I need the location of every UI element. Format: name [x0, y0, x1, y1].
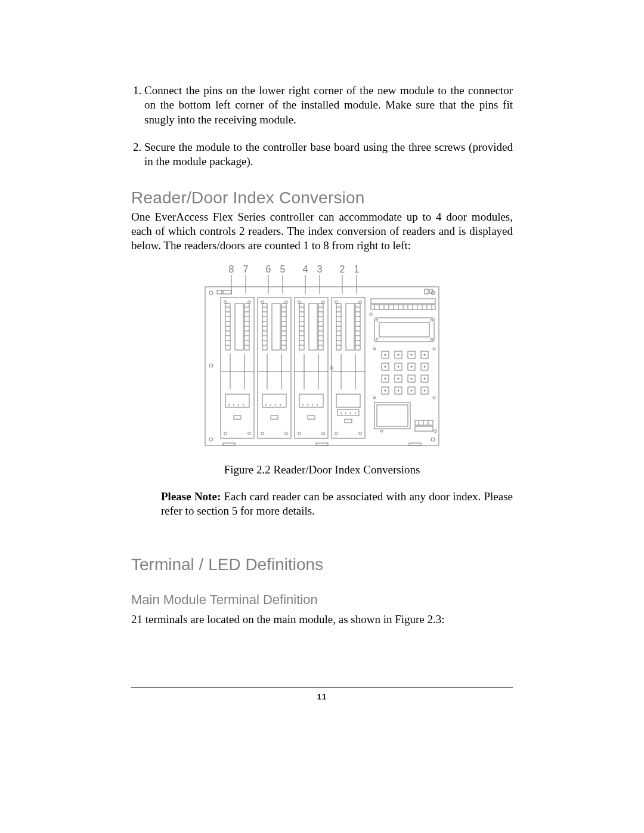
index-label: 7 — [243, 264, 249, 274]
svg-rect-52 — [234, 416, 241, 419]
index-label: 5 — [280, 264, 286, 274]
subsection-heading-main-module: Main Module Terminal Definition — [131, 592, 513, 608]
svg-rect-129 — [336, 304, 341, 350]
svg-point-9 — [209, 291, 213, 295]
svg-rect-177 — [379, 323, 429, 337]
svg-rect-16 — [425, 289, 428, 294]
svg-point-208 — [385, 377, 386, 379]
svg-point-182 — [373, 348, 376, 350]
svg-point-203 — [424, 354, 426, 355]
svg-rect-15 — [223, 290, 231, 294]
svg-point-127 — [359, 432, 362, 435]
svg-rect-228 — [316, 443, 328, 445]
door-module — [330, 298, 365, 438]
svg-point-216 — [373, 397, 376, 399]
svg-point-13 — [209, 364, 213, 367]
svg-point-179 — [431, 319, 433, 321]
svg-rect-227 — [223, 443, 235, 445]
door-module — [295, 298, 328, 438]
door-module — [258, 298, 291, 438]
svg-rect-95 — [318, 304, 323, 350]
step-item: Connect the pins on the lower right corn… — [144, 83, 513, 127]
svg-rect-159 — [345, 419, 352, 423]
svg-rect-122 — [308, 416, 315, 419]
index-label: 2 — [340, 264, 345, 274]
svg-rect-221 — [415, 420, 433, 425]
svg-point-212 — [385, 389, 386, 391]
svg-point-210 — [411, 377, 413, 379]
svg-point-215 — [424, 389, 426, 391]
note-label: Please Note: — [161, 490, 221, 503]
svg-rect-8 — [205, 287, 439, 445]
svg-rect-58 — [262, 304, 267, 350]
svg-rect-176 — [374, 318, 434, 342]
svg-point-217 — [433, 397, 435, 399]
svg-point-180 — [376, 338, 378, 340]
controller-diagram: 8 7 6 5 4 3 2 1 — [203, 264, 441, 449]
section-heading-terminal-led: Terminal / LED Definitions — [131, 555, 513, 574]
svg-rect-160 — [371, 299, 435, 304]
svg-rect-93 — [299, 304, 304, 350]
svg-point-201 — [398, 354, 400, 355]
svg-point-56 — [261, 432, 264, 435]
figure-board-diagram: 8 7 6 5 4 3 2 1 — [131, 264, 513, 449]
svg-point-205 — [398, 366, 400, 367]
index-label: 4 — [303, 264, 308, 274]
svg-rect-222 — [415, 426, 433, 431]
section-heading-reader-door: Reader/Door Index Conversion — [131, 188, 513, 208]
svg-point-207 — [424, 366, 426, 367]
index-label: 3 — [317, 264, 323, 274]
svg-point-22 — [248, 432, 251, 435]
svg-point-206 — [411, 366, 413, 367]
svg-point-202 — [411, 354, 413, 355]
svg-point-175 — [370, 312, 372, 315]
svg-rect-94 — [309, 304, 317, 350]
svg-rect-130 — [346, 304, 354, 350]
svg-point-57 — [285, 432, 288, 435]
svg-point-204 — [385, 366, 386, 367]
svg-point-91 — [298, 432, 301, 435]
footer-rule — [131, 687, 513, 688]
svg-rect-153 — [336, 394, 360, 407]
note-paragraph: Please Note: Each card reader can be ass… — [161, 490, 513, 519]
svg-rect-154 — [338, 410, 359, 416]
svg-rect-60 — [281, 304, 286, 350]
svg-point-11 — [209, 438, 213, 441]
svg-point-183 — [433, 348, 435, 350]
svg-point-92 — [322, 432, 325, 435]
svg-rect-23 — [225, 304, 230, 350]
svg-rect-218 — [374, 402, 410, 429]
svg-point-21 — [224, 432, 227, 435]
step-item: Secure the module to the controller base… — [144, 140, 513, 169]
door-module — [221, 298, 254, 438]
index-label: 8 — [229, 264, 234, 274]
svg-point-213 — [398, 389, 400, 391]
subsection-body: 21 terminals are located on the main mod… — [131, 612, 513, 627]
index-label: 1 — [354, 264, 360, 274]
page-number: 11 — [317, 692, 327, 701]
svg-rect-14 — [217, 290, 222, 294]
svg-rect-25 — [244, 304, 249, 350]
numbered-steps: Connect the pins on the lower right corn… — [131, 83, 513, 169]
svg-point-12 — [431, 438, 435, 441]
figure-caption: Figure 2.2 Reader/Door Index Conversions — [131, 463, 513, 476]
svg-point-226 — [434, 429, 437, 432]
svg-rect-219 — [377, 405, 408, 426]
document-page: Connect the pins on the lower right corn… — [0, 0, 644, 833]
svg-rect-229 — [409, 443, 421, 445]
svg-point-211 — [424, 377, 426, 379]
svg-point-200 — [385, 354, 386, 355]
svg-point-209 — [398, 377, 400, 379]
svg-point-214 — [411, 389, 413, 391]
svg-point-178 — [376, 319, 378, 321]
index-label: 6 — [266, 264, 271, 274]
svg-rect-24 — [235, 304, 243, 350]
svg-rect-87 — [271, 416, 278, 419]
page-footer: 11 — [131, 687, 513, 702]
svg-point-181 — [431, 338, 433, 340]
svg-rect-59 — [272, 304, 280, 350]
svg-point-220 — [380, 430, 383, 432]
svg-rect-131 — [355, 304, 360, 350]
main-module — [370, 299, 437, 432]
svg-point-126 — [335, 432, 338, 435]
